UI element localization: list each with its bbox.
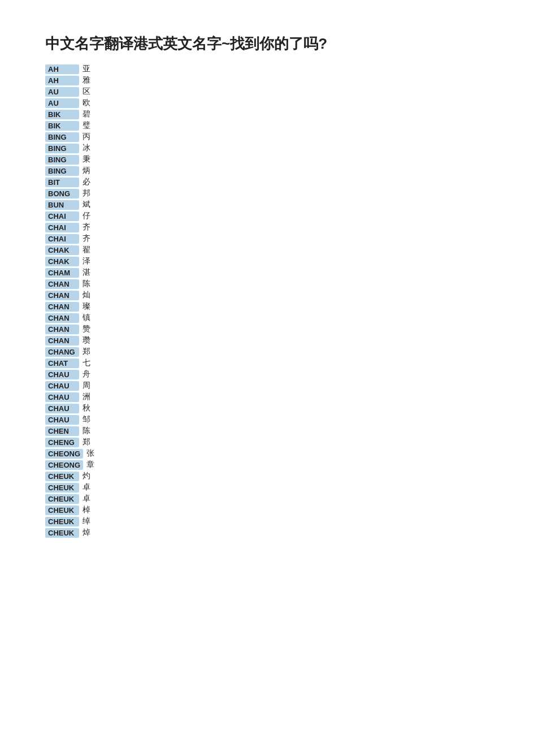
chinese-character: 章 (86, 460, 94, 470)
list-item: CHENG郑 (45, 437, 489, 447)
romanization-label: CHAI (45, 234, 79, 244)
chinese-character: 焯 (83, 528, 90, 538)
chinese-character: 棹 (83, 505, 90, 515)
romanization-label: CHAT (45, 358, 79, 368)
list-item: CHAI齐 (45, 234, 489, 244)
list-item: CHAN镇 (45, 313, 489, 323)
romanization-label: CHAU (45, 404, 79, 413)
list-item: CHAN灿 (45, 290, 489, 300)
list-item: CHAI仔 (45, 211, 489, 221)
romanization-label: BING (45, 144, 79, 153)
chinese-character: 必 (83, 177, 90, 187)
chinese-character: 翟 (83, 245, 90, 255)
list-item: BIK璧 (45, 120, 489, 131)
chinese-character: 冰 (83, 143, 90, 153)
chinese-character: 张 (86, 448, 94, 459)
romanization-label: AU (45, 98, 79, 108)
romanization-label: CHAN (45, 302, 79, 312)
chinese-character: 郑 (83, 437, 90, 447)
romanization-label: CHEN (45, 426, 79, 436)
chinese-character: 陈 (83, 279, 90, 289)
romanization-label: CHAN (45, 279, 79, 289)
list-item: CHAU秋 (45, 403, 489, 413)
romanization-label: CHEUK (45, 528, 79, 538)
romanization-label: AH (45, 64, 79, 74)
chinese-character: 斌 (83, 200, 90, 210)
list-item: BONG邦 (45, 188, 489, 198)
list-item: CHAM湛 (45, 267, 489, 278)
list-item: CHAU洲 (45, 392, 489, 402)
chinese-character: 郑 (83, 347, 90, 357)
list-item: CHAN瓒 (45, 335, 489, 345)
romanization-label: CHANG (45, 347, 79, 357)
chinese-character: 陈 (83, 426, 90, 436)
list-item: CHAK泽 (45, 256, 489, 266)
chinese-character: 舟 (83, 369, 90, 379)
chinese-character: 绰 (83, 516, 90, 526)
list-item: CHEUK棹 (45, 505, 489, 515)
list-item: CHAT七 (45, 358, 489, 368)
romanization-label: CHEUK (45, 494, 79, 504)
list-item: AH雅 (45, 75, 489, 85)
romanization-label: CHEONG (45, 460, 83, 470)
list-item: CHEONG张 (45, 448, 489, 459)
list-item: AU欧 (45, 98, 489, 108)
list-item: BING丙 (45, 132, 489, 142)
romanization-label: CHEUK (45, 517, 79, 526)
chinese-character: 邹 (83, 414, 90, 425)
chinese-character: 镇 (83, 313, 90, 323)
romanization-label: CHAU (45, 370, 79, 379)
chinese-character: 灿 (83, 290, 90, 300)
romanization-label: CHAN (45, 336, 79, 345)
list-item: CHAI齐 (45, 222, 489, 232)
list-item: BUN斌 (45, 200, 489, 210)
romanization-label: CHAK (45, 257, 79, 266)
romanization-label: BING (45, 132, 79, 142)
list-item: CHAU邹 (45, 414, 489, 425)
romanization-label: CHENG (45, 438, 79, 447)
list-item: AU区 (45, 87, 489, 97)
romanization-label: AH (45, 76, 79, 85)
chinese-character: 丙 (83, 132, 90, 142)
romanization-label: CHAN (45, 325, 79, 334)
romanization-label: CHAM (45, 268, 79, 278)
romanization-label: CHAU (45, 392, 79, 402)
chinese-character: 湛 (83, 267, 90, 278)
romanization-label: CHEUK (45, 506, 79, 515)
romanization-label: CHAN (45, 291, 79, 300)
list-item: CHAK翟 (45, 245, 489, 255)
list-item: CHANG郑 (45, 347, 489, 357)
chinese-character: 秉 (83, 154, 90, 165)
chinese-character: 碧 (83, 109, 90, 119)
chinese-character: 区 (83, 87, 90, 97)
entries-list: AH亚AH雅AU区AU欧BIK碧BIK璧BING丙BING冰BING秉BING炳… (45, 64, 489, 538)
list-item: CHAN赞 (45, 324, 489, 334)
chinese-character: 卓 (83, 494, 90, 504)
chinese-character: 欧 (83, 98, 90, 108)
romanization-label: BING (45, 155, 79, 165)
romanization-label: BIT (45, 178, 79, 187)
romanization-label: BIK (45, 110, 79, 119)
chinese-character: 亚 (83, 64, 90, 74)
chinese-character: 洲 (83, 392, 90, 402)
romanization-label: CHAK (45, 245, 79, 255)
chinese-character: 瓒 (83, 335, 90, 345)
romanization-label: CHEONG (45, 449, 83, 459)
list-item: CHEUK卓 (45, 494, 489, 504)
list-item: BING炳 (45, 166, 489, 176)
chinese-character: 灼 (83, 471, 90, 481)
chinese-character: 七 (83, 358, 90, 368)
chinese-character: 泽 (83, 256, 90, 266)
romanization-label: CHEUK (45, 483, 79, 493)
chinese-character: 邦 (83, 188, 90, 198)
romanization-label: CHAI (45, 223, 79, 232)
list-item: CHEN陈 (45, 426, 489, 436)
chinese-character: 卓 (83, 482, 90, 493)
page-title: 中文名字翻译港式英文名字~找到你的了吗? (45, 34, 489, 54)
list-item: AH亚 (45, 64, 489, 74)
romanization-label: CHAN (45, 313, 79, 323)
list-item: CHAN璨 (45, 301, 489, 312)
romanization-label: BUN (45, 200, 79, 210)
romanization-label: BIK (45, 121, 79, 131)
list-item: CHAU舟 (45, 369, 489, 379)
